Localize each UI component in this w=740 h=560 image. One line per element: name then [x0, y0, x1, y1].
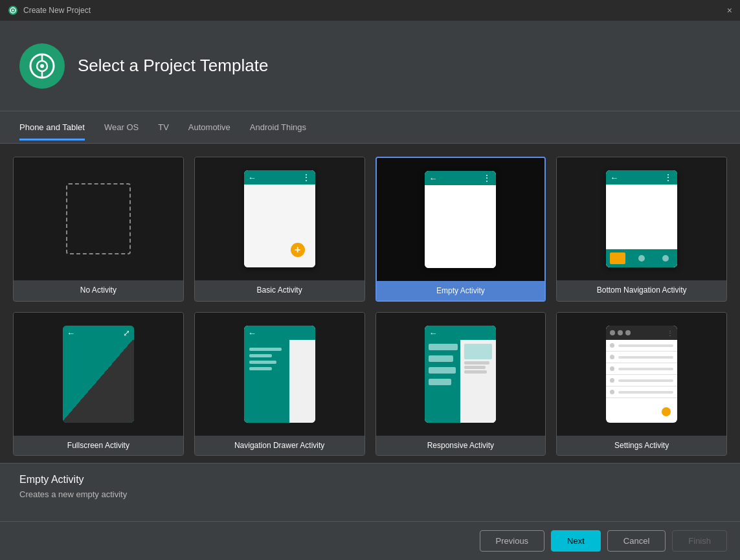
drawer-line-3 [249, 361, 276, 364]
settings-fab-icon [662, 407, 671, 416]
menu-dots-icon: ⋮ [667, 330, 673, 337]
menu-dots-icon: ⋮ [482, 173, 492, 183]
menu-dots-icon: ⋮ [664, 172, 673, 183]
selected-template-description: Creates a new empty activity [19, 489, 721, 499]
settings-dot-2 [618, 330, 623, 335]
tab-tv[interactable]: TV [158, 115, 169, 140]
back-arrow-icon: ← [248, 328, 256, 338]
empty-topbar: ← ⋮ [425, 171, 496, 185]
back-arrow-icon: ← [610, 173, 618, 183]
list-chip-4 [429, 379, 451, 385]
android-studio-icon [8, 5, 18, 16]
settings-rows [606, 340, 677, 398]
close-button[interactable]: × [727, 6, 732, 15]
back-arrow-icon: ← [429, 174, 437, 183]
nav-item-1 [606, 252, 630, 264]
settings-preview: ⋮ [557, 313, 726, 436]
logo [19, 43, 65, 89]
settings-row-1 [606, 340, 677, 352]
fullscreen-preview: ← ⤢ [14, 313, 183, 436]
templates-scroll[interactable]: No Activity ← ⋮ + [0, 144, 740, 463]
drawer-line-2 [249, 354, 272, 357]
svg-point-2 [12, 10, 14, 12]
list-chip-1 [429, 344, 458, 350]
empty-activity-preview: ← ⋮ [377, 158, 545, 281]
template-nav-drawer[interactable]: ← [194, 312, 365, 456]
bottom-nav-label: Bottom Navigation Activity [557, 280, 726, 300]
nav-drawer-label: Navigation Drawer Activity [195, 436, 364, 455]
footer: Previous Next Cancel Finish [0, 521, 740, 560]
basic-body: + [244, 185, 315, 267]
nav-item-2 [630, 255, 654, 262]
row-dot-5 [610, 390, 614, 394]
previous-button[interactable]: Previous [480, 530, 545, 552]
settings-row-5 [606, 386, 677, 398]
back-arrow-icon: ← [67, 328, 75, 338]
template-bottom-navigation[interactable]: ← ⋮ [556, 157, 727, 302]
fullscreen-label: Fullscreen Activity [14, 436, 183, 455]
back-arrow-icon: ← [248, 173, 256, 183]
row-line-2 [618, 356, 673, 359]
templates-grid: No Activity ← ⋮ + [13, 157, 727, 456]
settings-phone: ⋮ [606, 326, 677, 423]
tab-android-things[interactable]: Android Things [250, 115, 306, 140]
list-panel [425, 340, 460, 423]
no-activity-preview [14, 157, 183, 280]
template-no-activity[interactable]: No Activity [13, 157, 184, 302]
row-dot-3 [610, 366, 614, 371]
page-title: Select a Project Template [78, 56, 268, 76]
svg-point-5 [40, 64, 44, 68]
basic-activity-label: Basic Activity [195, 280, 364, 300]
settings-row-3 [606, 363, 677, 375]
detail-line-2 [464, 366, 485, 369]
no-activity-label: No Activity [14, 280, 183, 300]
fullscreen-phone: ← ⤢ [63, 326, 134, 423]
cancel-button[interactable]: Cancel [607, 530, 666, 552]
responsive-label: Responsive Activity [376, 436, 546, 455]
no-activity-dashed-box [66, 183, 131, 254]
drawer-line-1 [249, 348, 282, 351]
detail-line-1 [464, 361, 489, 364]
dialog: Create New Project × Select a Project Te… [0, 0, 740, 560]
title-bar-left: Create New Project [8, 5, 91, 16]
template-empty-activity[interactable]: ← ⋮ Empty Activity [376, 157, 546, 302]
row-line-5 [618, 391, 673, 394]
drawer-main [289, 340, 315, 423]
responsive-topbar: ← [425, 326, 496, 340]
row-line-1 [618, 344, 673, 347]
drawer-panel [244, 340, 289, 423]
title-bar: Create New Project × [0, 0, 740, 21]
basic-activity-phone: ← ⋮ + [244, 170, 315, 267]
bottom-nav-phone: ← ⋮ [606, 170, 677, 267]
template-settings[interactable]: ⋮ [556, 312, 727, 456]
logo-icon [28, 52, 56, 80]
nav-drawer-preview: ← [195, 313, 364, 436]
fab-icon: + [291, 243, 305, 257]
content-area: No Activity ← ⋮ + [0, 144, 740, 463]
settings-dot-1 [610, 330, 615, 335]
template-fullscreen[interactable]: ← ⤢ Fullscreen Activity [13, 312, 184, 456]
detail-panel [460, 340, 496, 423]
header: Select a Project Template [0, 21, 740, 111]
row-line-4 [618, 379, 673, 382]
responsive-content [425, 340, 496, 423]
bottom-navigation-bar [606, 249, 677, 267]
template-basic-activity[interactable]: ← ⋮ + Basic Activity [194, 157, 365, 302]
menu-dots-icon: ⋮ [302, 172, 311, 183]
tab-phone-tablet[interactable]: Phone and Tablet [19, 115, 85, 140]
nav-active-item [610, 252, 625, 264]
bottom-nav-topbar: ← ⋮ [606, 170, 677, 185]
settings-row-2 [606, 352, 677, 363]
row-line-3 [618, 368, 673, 370]
nav-item-3 [653, 255, 677, 262]
responsive-preview: ← [376, 313, 546, 436]
template-responsive[interactable]: ← [376, 312, 546, 456]
tab-automotive[interactable]: Automotive [188, 115, 230, 140]
tab-wear-os[interactable]: Wear OS [104, 115, 139, 140]
basic-activity-preview: ← ⋮ + [195, 157, 364, 280]
detail-line-3 [464, 370, 486, 374]
drawer-content [244, 340, 315, 423]
next-button[interactable]: Next [551, 530, 601, 552]
finish-button[interactable]: Finish [672, 530, 727, 552]
drawer-line-4 [249, 367, 272, 370]
